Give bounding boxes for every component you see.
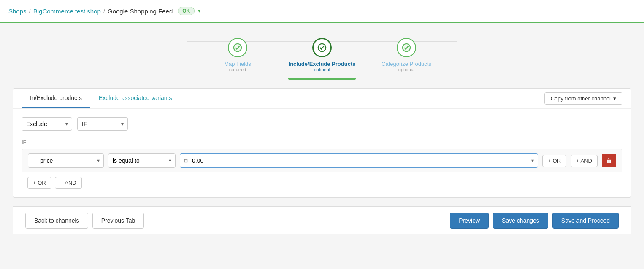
step-map-fields: Map Fields required — [195, 38, 280, 72]
breadcrumb: Shops / BigCommerce test shop / Google S… — [8, 7, 201, 15]
main-card: In/Exclude products Exclude associated v… — [13, 88, 631, 198]
progress-bar-container — [13, 78, 631, 80]
copy-dropdown-icon: ▾ — [613, 95, 616, 102]
previous-tab-button[interactable]: Previous Tab — [92, 213, 144, 229]
inline-or-button[interactable]: + OR — [542, 155, 566, 167]
step-3-label: Categorize Products — [382, 61, 431, 67]
shop-link[interactable]: BigCommerce test shop — [33, 8, 101, 15]
action-select-wrapper: Exclude Include — [22, 117, 72, 131]
add-or-button[interactable]: + OR — [27, 177, 51, 189]
step-3-circle — [397, 38, 416, 57]
status-dropdown-button[interactable]: ▾ — [197, 8, 201, 14]
save-changes-button[interactable]: Save changes — [493, 213, 548, 229]
status-badge: OK — [178, 7, 195, 15]
operator-select[interactable]: is equal to is not equal to is greater t… — [108, 153, 176, 168]
step-2-sub: optional — [314, 67, 330, 72]
back-to-channels-button[interactable]: Back to channels — [25, 213, 88, 229]
if-section-label: IF — [22, 139, 622, 145]
delete-condition-button[interactable]: 🗑 — [602, 154, 616, 167]
tab-exclude-variants[interactable]: Exclude associated variants — [90, 89, 181, 108]
breadcrumb-sep-1: / — [29, 8, 31, 15]
copy-from-channel-button[interactable]: Copy from other channel ▾ — [544, 92, 622, 105]
add-and-button[interactable]: + AND — [55, 177, 82, 189]
footer-right: Preview Save changes Save and Proceed — [450, 213, 619, 229]
filter-row: Exclude Include IF ALL ANY — [22, 117, 622, 131]
footer-left: Back to channels Previous Tab — [25, 213, 144, 229]
operator-select-wrapper: is equal to is not equal to is greater t… — [108, 153, 176, 168]
field-select[interactable]: price title description brand sku catego… — [28, 153, 104, 168]
step-3-sub: optional — [398, 67, 415, 72]
trash-icon: 🗑 — [606, 157, 612, 164]
inline-and-button[interactable]: + AND — [571, 155, 598, 167]
top-bar: Shops / BigCommerce test shop / Google S… — [0, 0, 644, 23]
step-include-exclude: Include/Exclude Products optional — [280, 38, 364, 72]
progress-bar — [288, 78, 356, 80]
footer: Back to channels Previous Tab Preview Sa… — [13, 206, 631, 234]
card-header: In/Exclude products Exclude associated v… — [13, 89, 631, 109]
card-body: Exclude Include IF ALL ANY IF — [13, 109, 631, 197]
value-select-wrapper: ⊞ 0.00 ▾ — [180, 153, 538, 168]
main-content: Map Fields required Include/Exclude Prod… — [0, 23, 644, 243]
step-1-label: Map Fields — [224, 61, 251, 67]
preview-button[interactable]: Preview — [450, 213, 489, 229]
value-select[interactable]: 0.00 — [180, 153, 538, 168]
step-1-circle — [228, 38, 247, 57]
action-select[interactable]: Exclude Include — [22, 117, 72, 131]
field-select-wrapper: 🛒 price title description brand sku cate… — [28, 153, 104, 168]
condition-row: 🛒 price title description brand sku cate… — [22, 149, 622, 172]
field-select-outer: price title description brand sku catego… — [28, 153, 104, 168]
add-buttons: + OR + AND — [27, 177, 622, 189]
breadcrumb-sep-2: / — [103, 8, 105, 15]
copy-button-label: Copy from other channel — [551, 95, 611, 102]
condition-select-wrapper: IF ALL ANY — [77, 117, 128, 131]
step-2-circle — [312, 38, 332, 57]
step-2-label: Include/Exclude Products — [289, 61, 356, 67]
save-and-proceed-button[interactable]: Save and Proceed — [552, 213, 619, 229]
stepper: Map Fields required Include/Exclude Prod… — [13, 32, 631, 74]
step-categorize: Categorize Products optional — [364, 38, 449, 72]
condition-select[interactable]: IF ALL ANY — [77, 117, 128, 131]
feed-name: Google Shopping Feed — [108, 8, 173, 15]
shops-link[interactable]: Shops — [8, 8, 27, 15]
step-1-sub: required — [229, 67, 246, 72]
tab-in-exclude[interactable]: In/Exclude products — [22, 89, 90, 108]
tabs: In/Exclude products Exclude associated v… — [22, 89, 181, 108]
